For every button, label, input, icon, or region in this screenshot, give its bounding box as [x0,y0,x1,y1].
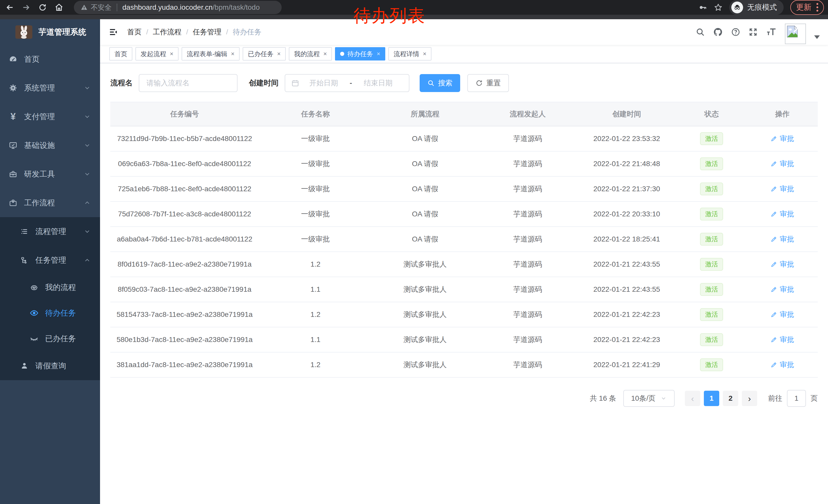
next-page-button[interactable]: › [742,391,757,406]
date-range-picker[interactable]: 开始日期 - 结束日期 [285,74,409,92]
start-date-placeholder[interactable]: 开始日期 [299,78,348,88]
broken-image-icon [787,26,798,38]
goto-suffix: 页 [811,394,818,403]
search-button-label: 搜索 [438,78,452,88]
sidebar-item-task-mgmt[interactable]: 任务管理 [0,246,100,275]
tab-label: 首页 [114,50,127,58]
view-tab[interactable]: 流程表单-编辑 × [181,47,240,60]
view-tab[interactable]: 待办任务 × [335,47,385,60]
tab-close-icon[interactable]: × [377,50,380,57]
breadcrumb-current: 待办任务 [233,27,261,37]
approve-link[interactable]: 审批 [771,284,794,294]
bookmark-star-icon[interactable] [714,3,722,12]
page-size-select[interactable]: 10条/页 [623,390,675,407]
approve-link[interactable]: 审批 [771,360,794,370]
search-button[interactable]: 搜索 [420,74,460,92]
sidebar-item-dev-tools[interactable]: 研发工具 [0,160,100,188]
eye-icon [29,308,40,318]
cell-task-id: 73211d9d-7b9b-11ec-b5b7-acde48001122 [110,126,259,151]
avatar-dropdown-caret[interactable] [814,35,820,39]
tab-close-icon[interactable]: × [323,50,327,57]
top-navbar: 首页 / 工作流程 / 任务管理 / 待办任务 [100,19,828,45]
browser-menu-icon[interactable] [817,3,818,11]
github-icon[interactable] [713,27,723,37]
table-row: 381aa1dd-7ac8-11ec-a9e2-a2380e71991a 1.2… [110,352,818,377]
prev-page-button[interactable]: ‹ [685,391,700,406]
col-created: 创建时间 [577,102,676,126]
browser-home-button[interactable] [51,1,67,14]
help-icon[interactable] [731,28,740,37]
chevron-up-icon [84,199,91,207]
edit-pencil-icon [771,186,777,192]
sidebar-item-leave-query[interactable]: 请假查询 [0,352,100,380]
security-label[interactable]: 不安全 [91,3,112,12]
address-bar[interactable]: 不安全 dashboard.yudao.iocoder.cn/bpm/task/… [74,1,282,14]
cell-process: 测试多审批人 [372,277,478,302]
sidebar-item-system[interactable]: 系统管理 [0,74,100,102]
sidebar-item-workflow[interactable]: 工作流程 [0,188,100,217]
breadcrumb-workflow[interactable]: 工作流程 [153,27,181,37]
tab-close-icon[interactable]: × [170,50,173,57]
cell-initiator: 芋道源码 [478,227,577,252]
breadcrumb-task-mgmt[interactable]: 任务管理 [193,27,222,37]
sidebar-item-done-tasks[interactable]: 已办任务 [0,326,100,352]
approve-link[interactable]: 审批 [771,209,794,219]
approve-link[interactable]: 审批 [771,310,794,319]
sidebar-item-label: 支付管理 [24,111,55,122]
sidebar-item-home[interactable]: 首页 [0,45,100,74]
tab-close-icon[interactable]: × [231,50,235,57]
view-tab[interactable]: 已办任务 × [243,47,286,60]
font-size-icon[interactable] [766,28,777,37]
status-badge: 激活 [700,283,723,296]
cell-created: 2022-01-22 20:33:10 [577,201,676,227]
approve-link[interactable]: 审批 [771,159,794,169]
breadcrumb-separator: / [146,28,148,36]
table-row: 73211d9d-7b9b-11ec-b5b7-acde48001122 一级审… [110,126,818,151]
page-button-2[interactable]: 2 [723,391,738,406]
process-name-input[interactable]: 请输入流程名 [139,74,238,92]
page-button-1[interactable]: 1 [704,391,719,406]
view-tab[interactable]: 发起流程 × [135,47,178,60]
sidebar-item-my-process[interactable]: 我的流程 [0,275,100,300]
sidebar-item-process-mgmt[interactable]: 流程管理 [0,217,100,246]
sidebar-collapse-button[interactable] [108,27,119,37]
approve-link[interactable]: 审批 [771,335,794,345]
view-tab[interactable]: 首页 [109,47,132,60]
approve-link[interactable]: 审批 [771,134,794,144]
cell-task-name: 1.2 [259,302,372,327]
app-logo [15,26,32,39]
sidebar-item-payment[interactable]: ¥ 支付管理 [0,102,100,131]
sidebar-item-todo-tasks[interactable]: 待办任务 [0,300,100,326]
cell-initiator: 芋道源码 [478,302,577,327]
cell-task-id: 58154733-7ac8-11ec-a9e2-a2380e71991a [110,302,259,327]
cell-task-id: 725a1eb6-7b88-11ec-8ef0-acde48001122 [110,176,259,201]
goto-page-input[interactable]: 1 [787,390,806,407]
browser-forward-button[interactable] [18,1,34,14]
approve-link[interactable]: 审批 [771,184,794,194]
col-task-id: 任务编号 [110,102,259,126]
browser-update-button[interactable]: 更新 [790,0,824,15]
view-tab[interactable]: 我的流程 × [289,47,332,60]
breadcrumb-separator: / [186,28,188,36]
header-search-icon[interactable] [696,28,705,37]
view-tab[interactable]: 流程详情 × [388,47,431,60]
home-icon [55,3,64,12]
tab-close-icon[interactable]: × [423,50,426,57]
approve-link[interactable]: 审批 [771,234,794,244]
cell-process: 测试多审批人 [372,252,478,277]
cell-initiator: 芋道源码 [478,176,577,201]
user-avatar[interactable] [785,24,806,44]
approve-link[interactable]: 审批 [771,260,794,269]
cell-process: OA 请假 [372,151,478,176]
passkey-icon[interactable] [699,3,707,12]
tab-close-icon[interactable]: × [277,50,281,57]
address-separator [117,4,117,11]
fold-menu-icon [108,27,119,37]
end-date-placeholder[interactable]: 结束日期 [354,78,403,88]
browser-reload-button[interactable] [34,1,51,14]
reset-button[interactable]: 重置 [467,74,509,92]
sidebar-item-infrastructure[interactable]: 基础设施 [0,131,100,160]
breadcrumb-home[interactable]: 首页 [127,27,141,37]
fullscreen-icon[interactable] [748,28,758,37]
browser-back-button[interactable] [2,1,18,14]
